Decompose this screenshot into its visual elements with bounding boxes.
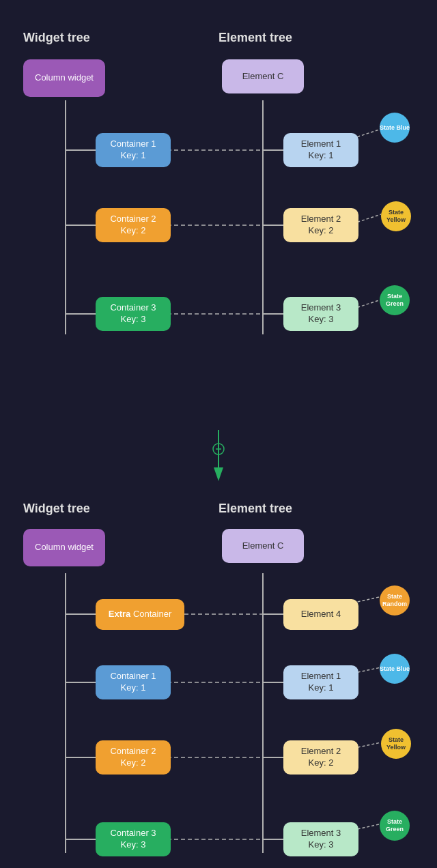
section2-container2: Container 2 Key: 2 [96,740,171,775]
section1-container1: Container 1 Key: 1 [96,133,171,167]
section2-element2: Element 2 Key: 2 [283,740,358,775]
svg-marker-15 [214,467,223,481]
section1-element3: Element 3 Key: 3 [283,297,358,331]
section2-state-blue: State Blue [380,654,410,684]
section1-widget-tree-label: Widget tree [23,31,90,45]
section1-element-tree-label: Element tree [218,31,292,45]
section1-state-blue: State Blue [380,113,410,143]
section2-state-green: State Green [380,811,410,841]
section2-element4: Element 4 [283,599,358,630]
section1-element1: Element 1 Key: 1 [283,133,358,167]
section2-container3: Container 3 Key: 3 [96,822,171,856]
section2-state-yellow: State Yellow [381,729,411,759]
section2-column-widget: Column widget [23,529,105,566]
section2-container1: Container 1 Key: 1 [96,665,171,699]
section1-state-green: State Green [380,285,410,315]
section2-widget-tree-label: Widget tree [23,502,90,516]
divider-arrow [208,430,229,484]
section1-column-widget: Column widget [23,59,105,97]
section1-state-yellow: State Yellow [381,201,411,231]
section1-container2: Container 2 Key: 2 [96,208,171,242]
section2-element1: Element 1 Key: 1 [283,665,358,699]
section1-element-c: Element C [222,59,304,93]
section1-container3: Container 3 Key: 3 [96,297,171,331]
section1-element2: Element 2 Key: 2 [283,208,358,242]
section2-element3: Element 3 Key: 3 [283,822,358,856]
section2-element-tree-label: Element tree [218,502,292,516]
section2-state-random: State Random [380,585,410,616]
section2-element-c: Element C [222,529,304,563]
section2-extra-container: Extra Container [96,599,184,630]
